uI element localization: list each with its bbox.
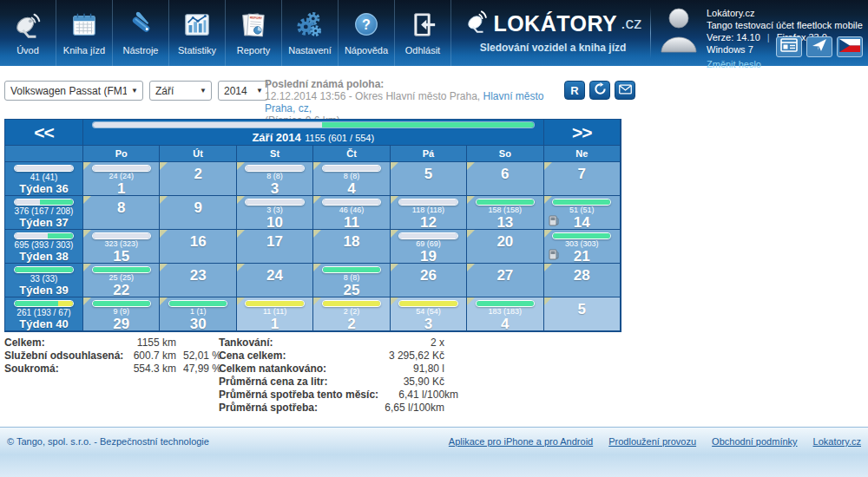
calendar-day[interactable]: 46 (46)11 xyxy=(313,196,390,230)
nav-item-odhlasit[interactable]: Odhlásit xyxy=(395,0,451,66)
calendar-day[interactable]: 25 (25)22 xyxy=(83,264,160,297)
calendar-corner xyxy=(5,146,83,162)
day-number: 27 xyxy=(467,268,542,284)
calendar-next-button[interactable]: >> xyxy=(544,120,621,146)
bar-segment-green xyxy=(553,199,610,205)
calendar-day[interactable]: 24 xyxy=(237,264,313,297)
nav-item-statistiky[interactable]: Statistiky xyxy=(169,0,226,66)
calendar-day[interactable]: 118 (118)12 xyxy=(391,196,467,230)
calendar-day[interactable]: 158 (158)13 xyxy=(467,196,543,230)
calendar-day[interactable]: 17 xyxy=(237,230,313,264)
calendar-day[interactable]: 8 (8)25 xyxy=(313,264,390,297)
calendar-day[interactable]: 8 (8)4 xyxy=(313,162,390,196)
summary-row: Soukromá:554.3 km47,99 % xyxy=(4,363,225,376)
nav-item-nastaveni[interactable]: Nastavení xyxy=(282,0,339,66)
user-avatar xyxy=(658,5,700,54)
week-cell-týden-38[interactable]: 695 (393 / 303)Týden 38 xyxy=(5,230,83,264)
summary-row: Celkem natankováno:91,80 l xyxy=(219,363,458,376)
calendar-day[interactable]: 51 (51)14 xyxy=(544,196,621,230)
month-select[interactable]: Září xyxy=(149,81,212,101)
footer-link-podminky[interactable]: Obchodní podmínky xyxy=(712,436,797,447)
help-icon: ? xyxy=(352,8,381,42)
summary-row: Průměrná spotřeba:6,65 l/100km xyxy=(219,402,458,415)
summary-label: Tankování: xyxy=(219,337,365,350)
footer-link-prodlouzeni[interactable]: Prodloužení provozu xyxy=(608,436,696,447)
calendar-day[interactable]: 20 xyxy=(467,230,543,264)
calendar-day[interactable]: 5 xyxy=(391,162,467,196)
bar-segment-green xyxy=(93,301,150,306)
calendar-day[interactable]: 23 xyxy=(160,264,236,297)
send-button[interactable] xyxy=(806,36,832,57)
calendar-day[interactable]: 2 (2)2 xyxy=(313,297,390,331)
calendar-day[interactable]: 28 xyxy=(544,264,621,297)
day-number: 4 xyxy=(467,317,542,332)
calendar-day[interactable]: 54 (54)3 xyxy=(391,297,467,331)
stats-icon xyxy=(182,8,212,42)
calendar-day[interactable]: 27 xyxy=(467,264,543,297)
calendar-day[interactable]: 8 xyxy=(83,196,160,230)
day-usage-bar xyxy=(476,300,535,307)
calendar-day[interactable]: 7 xyxy=(544,162,621,196)
bar-segment-gray xyxy=(15,166,73,171)
calendar-day[interactable]: 2 xyxy=(160,162,236,196)
nav-label-kniha-jizd: Kniha jízd xyxy=(63,45,105,56)
nav-item-kniha-jizd[interactable]: Kniha jízd xyxy=(56,0,113,66)
nav-label-odhlasit: Odhlásit xyxy=(405,45,440,56)
news-window-icon xyxy=(780,38,798,56)
vehicle-select[interactable]: Volkswagen Passat (FM1034) xyxy=(4,81,143,101)
refresh-button[interactable] xyxy=(589,81,610,100)
nav-label-nastaveni: Nastavení xyxy=(288,45,332,56)
nav-item-uvod[interactable]: Úvod xyxy=(0,0,56,66)
calendar-day[interactable]: 16 xyxy=(160,230,236,264)
calendar-day[interactable]: 11 (11)1 xyxy=(237,297,313,331)
week-cell-týden-39[interactable]: 33 (33)Týden 39 xyxy=(5,264,83,297)
change-password-link[interactable]: Změnit heslo xyxy=(707,58,761,70)
week-cell-týden-37[interactable]: 376 (167 / 208)Týden 37 xyxy=(5,196,83,230)
mail-button[interactable] xyxy=(615,81,635,100)
day-number: 12 xyxy=(391,215,466,231)
nav-item-napoveda[interactable]: ?Nápověda xyxy=(339,0,395,66)
calendar-day[interactable]: 1 (1)30 xyxy=(160,297,236,331)
calendar-day[interactable]: 26 xyxy=(391,264,467,297)
day-name-header: St xyxy=(237,146,313,162)
calendar-day[interactable]: 69 (69)19 xyxy=(391,230,467,264)
week-total-km: 41 (41) xyxy=(5,173,82,182)
calendar-day[interactable]: 8 (8)3 xyxy=(237,162,313,196)
bar-segment-gray xyxy=(93,233,150,238)
r-button[interactable]: R xyxy=(564,81,585,100)
location-label: Poslední známá poloha: xyxy=(265,78,560,90)
brand: LOKÁTORY.cz Sledování vozidel a kniha jí… xyxy=(458,9,648,54)
day-number: 19 xyxy=(391,249,466,265)
action-buttons: R xyxy=(564,81,635,100)
trip-calendar: <<Září 2014 1155 (601 / 554)>>PoÚtStČtPá… xyxy=(4,119,621,332)
calendar-day[interactable]: 24 (24)1 xyxy=(83,162,160,196)
calendar-day[interactable]: 303 (303)21 xyxy=(544,230,621,264)
calendar-day[interactable]: 18 xyxy=(313,230,390,264)
week-cell-týden-40[interactable]: 261 (193 / 67)Týden 40 xyxy=(5,297,83,331)
summary-label: Celkem natankováno: xyxy=(219,363,365,376)
calendar-prev-button[interactable]: << xyxy=(5,120,83,146)
calendar-day[interactable]: 5 xyxy=(544,297,621,331)
language-button[interactable] xyxy=(837,36,863,57)
calendar-day[interactable]: 6 xyxy=(467,162,543,196)
news-button[interactable] xyxy=(776,36,802,57)
week-cell-týden-36[interactable]: 41 (41)Týden 36 xyxy=(5,162,83,196)
calendar-day[interactable]: 9 (9)29 xyxy=(83,297,160,331)
nav-item-reporty[interactable]: REPORTReporty xyxy=(226,0,282,66)
summary-label: Průměrná spotřeba tento měsíc: xyxy=(219,389,378,402)
nav-item-nastroje[interactable]: Nástroje xyxy=(113,0,169,66)
bar-segment-yellow xyxy=(399,301,457,306)
calendar-day[interactable]: 9 xyxy=(160,196,236,230)
year-select[interactable]: 2014 xyxy=(218,81,268,101)
fuel-pump-icon xyxy=(549,248,559,259)
summary-row: Celkem:1155 km xyxy=(4,337,225,350)
calendar-day[interactable]: 323 (323)15 xyxy=(83,230,160,264)
day-number: 10 xyxy=(237,215,312,231)
calendar-day[interactable]: 183 (183)4 xyxy=(467,297,543,331)
calendar-day[interactable]: 3 (3)10 xyxy=(237,196,313,230)
footer-links: Aplikace pro iPhone a pro AndroidProdlou… xyxy=(449,436,861,447)
footer-link-apps[interactable]: Aplikace pro iPhone a pro Android xyxy=(449,436,593,447)
footer-link-lokatory[interactable]: Lokatory.cz xyxy=(813,436,861,447)
calendar-title: Září 2014 1155 (601 / 554) xyxy=(252,129,374,145)
day-number: 1 xyxy=(83,181,159,197)
